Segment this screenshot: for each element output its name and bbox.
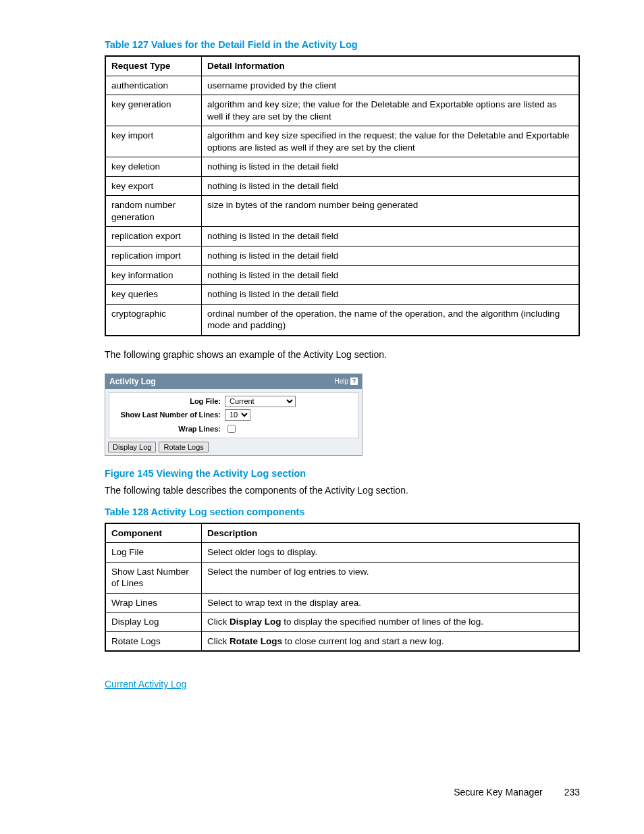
- log-file-label: Log File:: [113, 397, 225, 405]
- cell-request-type: key import: [105, 126, 202, 157]
- cell-detail: nothing is listed in the detail field: [202, 227, 580, 246]
- cell-component: Show Last Number of Lines: [105, 562, 202, 593]
- show-last-field-cell: 10: [225, 409, 354, 421]
- footer-page-number: 233: [564, 787, 580, 798]
- show-last-label: Show Last Number of Lines:: [113, 411, 225, 419]
- log-file-field-cell: Current: [225, 396, 354, 407]
- cell-request-type: key queries: [105, 285, 202, 305]
- table-row: Wrap Lines Select to wrap text in the di…: [105, 593, 579, 613]
- table-row: replication importnothing is listed in t…: [105, 246, 579, 266]
- panel-header: Activity Log Help ?: [105, 374, 362, 389]
- cell-request-type: replication export: [105, 227, 202, 246]
- cell-component: Display Log: [105, 613, 202, 632]
- cell-component: Wrap Lines: [105, 593, 202, 613]
- rotate-logs-button[interactable]: Rotate Logs: [159, 442, 208, 452]
- panel-body: Log File: Current Show Last Number of Li…: [105, 389, 362, 440]
- footer-title: Secure Key Manager: [454, 787, 543, 798]
- paragraph: The following table describes the compon…: [105, 484, 580, 497]
- table-row: Show Last Number of Lines Select the num…: [105, 562, 579, 593]
- cell-description: Click Rotate Logs to close current log a…: [202, 631, 580, 651]
- wrap-lines-field-cell: [225, 423, 354, 435]
- activity-log-panel: Activity Log Help ? Log File: Current Sh…: [105, 373, 363, 456]
- cell-detail: nothing is listed in the detail field: [202, 285, 580, 305]
- table-127-caption: Table 127 Values for the Detail Field in…: [105, 39, 580, 50]
- panel-title: Activity Log: [109, 377, 156, 386]
- cell-detail: nothing is listed in the detail field: [202, 157, 580, 177]
- display-log-button[interactable]: Display Log: [108, 442, 156, 452]
- cell-request-type: random number generation: [105, 196, 202, 227]
- wrap-lines-checkbox[interactable]: [227, 425, 236, 433]
- cell-detail: nothing is listed in the detail field: [202, 246, 580, 266]
- table-row: Display Log Click Display Log to display…: [105, 613, 579, 632]
- cell-description: Click Display Log to display the specifi…: [202, 613, 580, 632]
- cell-request-type: key export: [105, 176, 202, 196]
- table-128: Component Description Log File Select ol…: [105, 523, 580, 652]
- cell-request-type: replication import: [105, 246, 202, 266]
- current-activity-log-link[interactable]: Current Activity Log: [105, 679, 580, 689]
- table-row: key queriesnothing is listed in the deta…: [105, 285, 579, 305]
- cell-detail: algorithm and key size; the value for th…: [202, 95, 580, 126]
- activity-log-figure: Activity Log Help ? Log File: Current Sh…: [105, 373, 580, 456]
- table-128-caption: Table 128 Activity Log section component…: [105, 506, 580, 517]
- cell-request-type: cryptographic: [105, 304, 202, 336]
- table-row: key generationalgorithm and key size; th…: [105, 95, 579, 126]
- table-row: Log File Select older logs to display.: [105, 543, 579, 563]
- table-row: authenticationusername provided by the c…: [105, 76, 579, 95]
- col-header-detail-info: Detail Information: [202, 56, 580, 76]
- col-header-request-type: Request Type: [105, 56, 202, 76]
- cell-detail: ordinal number of the operation, the nam…: [202, 304, 580, 336]
- table-row: cryptographicordinal number of the opera…: [105, 304, 579, 336]
- cell-detail: nothing is listed in the detail field: [202, 265, 580, 285]
- lines-select[interactable]: 10: [225, 409, 250, 421]
- form-grid: Log File: Current Show Last Number of Li…: [109, 392, 358, 438]
- log-file-select[interactable]: Current: [225, 396, 296, 407]
- figure-145-caption: Figure 145 Viewing the Activity Log sect…: [105, 468, 580, 479]
- cell-component: Rotate Logs: [105, 631, 202, 651]
- table-row: Rotate Logs Click Rotate Logs to close c…: [105, 631, 579, 651]
- table-row: replication exportnothing is listed in t…: [105, 227, 579, 246]
- table-row: key informationnothing is listed in the …: [105, 265, 579, 285]
- wrap-lines-label: Wrap Lines:: [113, 425, 225, 433]
- cell-request-type: key information: [105, 265, 202, 285]
- table-row: key exportnothing is listed in the detai…: [105, 176, 579, 196]
- cell-component: Log File: [105, 543, 202, 563]
- col-header-component: Component: [105, 523, 202, 543]
- cell-request-type: key deletion: [105, 157, 202, 177]
- cell-detail: size in bytes of the random number being…: [202, 196, 580, 227]
- panel-buttons: Display Log Rotate Logs: [105, 440, 362, 455]
- cell-description: Select the number of log entries to view…: [202, 562, 580, 593]
- cell-request-type: key generation: [105, 95, 202, 126]
- cell-request-type: authentication: [105, 76, 202, 95]
- cell-detail: username provided by the client: [202, 76, 580, 95]
- help-link[interactable]: Help ?: [334, 377, 358, 385]
- table-row: random number generationsize in bytes of…: [105, 196, 579, 227]
- table-header-row: Component Description: [105, 523, 579, 543]
- col-header-description: Description: [202, 523, 580, 543]
- help-icon: ?: [350, 377, 358, 385]
- cell-detail: algorithm and key size specified in the …: [202, 126, 580, 157]
- table-row: key deletionnothing is listed in the det…: [105, 157, 579, 177]
- cell-detail: nothing is listed in the detail field: [202, 176, 580, 196]
- table-header-row: Request Type Detail Information: [105, 56, 579, 76]
- page: Table 127 Values for the Detail Field in…: [0, 0, 644, 834]
- cell-description: Select older logs to display.: [202, 543, 580, 563]
- paragraph: The following graphic shows an example o…: [105, 348, 580, 361]
- cell-description: Select to wrap text in the display area.: [202, 593, 580, 613]
- page-footer: Secure Key Manager 233: [454, 787, 580, 798]
- table-127: Request Type Detail Information authenti…: [105, 55, 580, 336]
- table-row: key importalgorithm and key size specifi…: [105, 126, 579, 157]
- help-label: Help: [334, 377, 348, 385]
